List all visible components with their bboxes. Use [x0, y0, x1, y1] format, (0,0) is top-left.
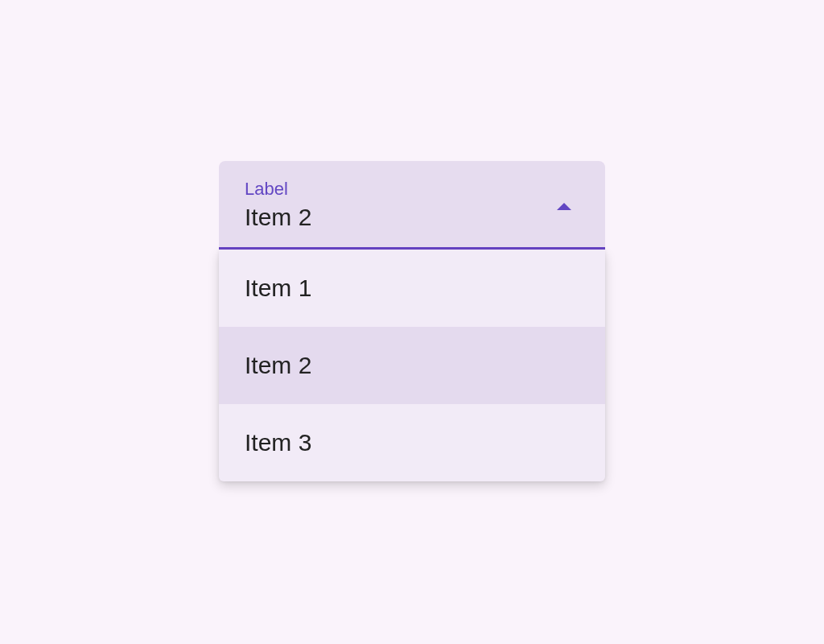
select-option-1[interactable]: Item 1 — [219, 250, 605, 327]
select-menu: Item 1 Item 2 Item 3 — [219, 250, 605, 481]
select-container: Label Item 2 Item 1 Item 2 Item 3 — [219, 161, 605, 481]
select-option-label: Item 3 — [245, 429, 311, 456]
select-option-label: Item 2 — [245, 352, 311, 379]
select-option-2[interactable]: Item 2 — [219, 327, 605, 404]
select-value: Item 2 — [245, 201, 579, 233]
select-label: Label — [245, 179, 579, 200]
chevron-up-icon — [557, 203, 571, 210]
select-option-3[interactable]: Item 3 — [219, 404, 605, 481]
select-option-label: Item 1 — [245, 275, 311, 302]
select-field[interactable]: Label Item 2 — [219, 161, 605, 250]
